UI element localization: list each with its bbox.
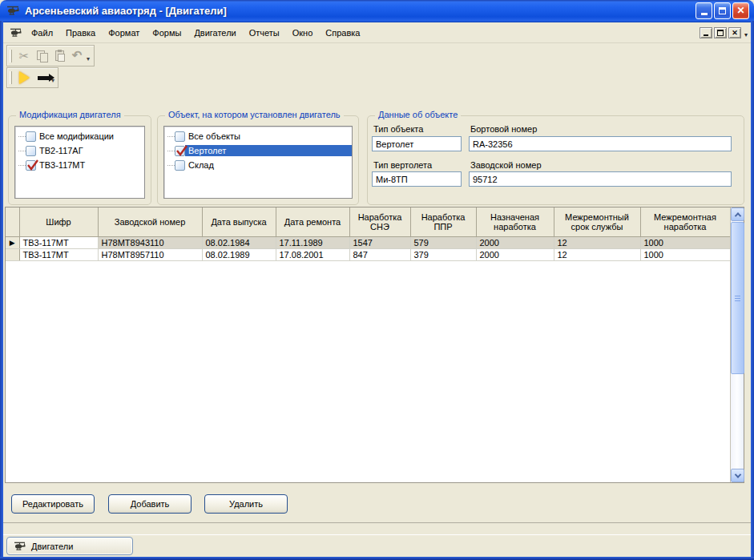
menu-item-help[interactable]: Справка <box>319 26 366 40</box>
toolbar-grip[interactable] <box>10 50 12 62</box>
checkbox-checked[interactable] <box>175 146 185 156</box>
tree-item-label: Все объекты <box>185 131 352 142</box>
board-number-field[interactable] <box>469 136 732 151</box>
window-title: Арсеньевский авиаотряд - [Двигатели] <box>25 5 696 17</box>
grid-cell[interactable]: 12 <box>554 248 640 260</box>
tree-item-all-modifications[interactable]: Все модификации <box>15 129 144 143</box>
toolbar-dropdown-caret-icon[interactable]: ▾ <box>87 55 90 62</box>
grid-cell[interactable]: 08.02.1989 <box>202 248 276 260</box>
mdi-restore-button[interactable] <box>714 27 727 38</box>
taskbar-tab-label: Двигатели <box>31 542 73 551</box>
paste-button[interactable] <box>50 47 68 65</box>
grid-cell[interactable]: 579 <box>410 236 476 248</box>
check-icon <box>175 144 188 157</box>
scrollbar-thumb[interactable] <box>731 222 744 374</box>
grid-header-hours-ppr: Наработка ППР <box>410 207 476 236</box>
grid-cell[interactable]: 1000 <box>640 248 730 260</box>
grid-cell[interactable]: 379 <box>410 248 476 260</box>
groupbox-title: Данные об объекте <box>375 110 461 119</box>
groupbox-title: Модификация двигателя <box>16 110 124 119</box>
tree-item-all-objects[interactable]: Все объекты <box>164 129 352 143</box>
object-tree-list[interactable]: Все объекты Вертолет Склад <box>163 126 353 199</box>
groupbox-title: Объект, на котором установлен двигатель <box>165 110 344 119</box>
grid-cell[interactable]: ТВ3-117МТ <box>19 248 98 260</box>
undo-button[interactable]: ↶ <box>68 47 86 65</box>
grid-cell[interactable]: 17.08.2001 <box>276 248 349 260</box>
go-button[interactable] <box>33 69 50 87</box>
taskbar-tab-engines[interactable]: Двигатели <box>6 537 133 555</box>
tree-connector <box>167 136 175 137</box>
grid-cell[interactable]: Н78МТ8957110 <box>98 248 202 260</box>
mdi-minimize-button[interactable] <box>700 27 712 38</box>
checkbox-unchecked[interactable] <box>175 160 185 171</box>
menu-item-file[interactable]: Файл <box>25 26 59 40</box>
grid-header-row: Шифр Заводской номер Дата выпуска Дата р… <box>6 207 730 236</box>
helicopter-type-field[interactable] <box>372 171 462 187</box>
grid-header-issue-date: Дата выпуска <box>202 207 276 236</box>
grid-cell[interactable]: 847 <box>349 248 410 260</box>
checkbox-unchecked[interactable] <box>175 131 185 142</box>
grid-cell[interactable]: Н78МТ8943110 <box>98 236 202 248</box>
menu-item-format[interactable]: Формат <box>102 26 146 40</box>
mdi-close-button[interactable]: ✕ <box>728 27 741 38</box>
grid-cell[interactable]: 17.11.1989 <box>276 236 349 248</box>
scroll-up-button[interactable] <box>731 207 744 221</box>
add-button[interactable]: Добавить <box>108 494 192 514</box>
modification-tree-list[interactable]: Все модификации ТВ2-117АГ ТВ3-117МТ <box>14 126 145 199</box>
grid-cell[interactable]: 12 <box>554 236 640 248</box>
menu-item-window[interactable]: Окно <box>286 26 320 40</box>
checkbox-checked[interactable] <box>26 160 36 171</box>
tree-item-label: Все модификации <box>36 131 144 142</box>
grid-cell[interactable]: 1547 <box>349 236 410 248</box>
grid-cell[interactable]: 2000 <box>476 248 554 260</box>
close-button[interactable]: ✕ <box>732 2 749 19</box>
maximize-button[interactable] <box>714 2 731 19</box>
copy-button[interactable] <box>33 47 50 65</box>
grid-row-2[interactable]: ТВ3-117МТ Н78МТ8957110 08.02.1989 17.08.… <box>6 248 730 260</box>
checkbox-unchecked[interactable] <box>26 146 36 156</box>
menu-item-engines[interactable]: Двигатели <box>187 26 242 40</box>
groupbox-engine-modification: Модификация двигателя Все модификации ТВ… <box>8 115 151 205</box>
grid-header-code: Шифр <box>19 207 98 236</box>
tree-connector <box>167 165 175 166</box>
tree-item-warehouse[interactable]: Склад <box>164 158 352 172</box>
minimize-button[interactable] <box>696 2 712 19</box>
grid-cell[interactable]: 1000 <box>640 236 730 248</box>
mdi-child-helicopter-icon[interactable] <box>10 27 22 38</box>
grid-cell[interactable]: 08.02.1984 <box>202 236 276 248</box>
menu-item-edit[interactable]: Правка <box>59 26 102 40</box>
tree-item-tv3-117mt[interactable]: ТВ3-117МТ <box>15 158 144 172</box>
grid-cell[interactable]: 2000 <box>476 236 554 248</box>
tree-item-tv2-117ag[interactable]: ТВ2-117АГ <box>15 143 144 158</box>
run-toolbar: ▾ <box>6 67 58 88</box>
groupbox-object-filter: Объект, на котором установлен двигатель … <box>157 115 359 205</box>
delete-button[interactable]: Удалить <box>204 494 288 514</box>
run-button[interactable] <box>15 69 33 87</box>
edit-button[interactable]: Редактировать <box>11 494 95 514</box>
cut-button[interactable]: ✂ <box>15 47 33 65</box>
grid-cell[interactable]: ТВ3-117МТ <box>19 236 98 248</box>
factory-number-field[interactable] <box>469 171 732 187</box>
play-icon <box>19 71 30 84</box>
engines-grid: Шифр Заводской номер Дата выпуска Дата р… <box>5 207 744 483</box>
copy-icon <box>37 50 46 61</box>
grid-header-overhaul-life: Межремонтный срок службы <box>554 207 640 236</box>
object-type-field[interactable] <box>372 136 462 151</box>
scroll-down-button[interactable] <box>731 469 744 482</box>
vertical-scrollbar[interactable] <box>730 207 744 482</box>
chevron-up-icon <box>734 212 740 219</box>
tree-connector <box>167 151 175 151</box>
grid-header-repair-date: Дата ремонта <box>276 207 349 236</box>
grid-header-overhaul-hours: Межремонтная наработка <box>640 207 730 236</box>
toolbar-overflow-caret-icon[interactable]: ▾ <box>744 31 748 38</box>
app-window: Арсеньевский авиаотряд - [Двигатели] ✕ Ф… <box>0 0 754 560</box>
grid-row-1[interactable]: ▶ ТВ3-117МТ Н78МТ8943110 08.02.1984 17.1… <box>6 236 730 248</box>
toolbar-grip[interactable] <box>10 71 12 84</box>
menu-item-reports[interactable]: Отчеты <box>243 26 286 40</box>
checkbox-unchecked[interactable] <box>26 131 36 142</box>
app-helicopter-icon[interactable] <box>6 5 19 16</box>
helicopter-icon <box>14 541 26 551</box>
check-icon <box>26 159 39 171</box>
menu-item-forms[interactable]: Формы <box>146 26 187 40</box>
tree-item-helicopter[interactable]: Вертолет <box>164 143 352 158</box>
